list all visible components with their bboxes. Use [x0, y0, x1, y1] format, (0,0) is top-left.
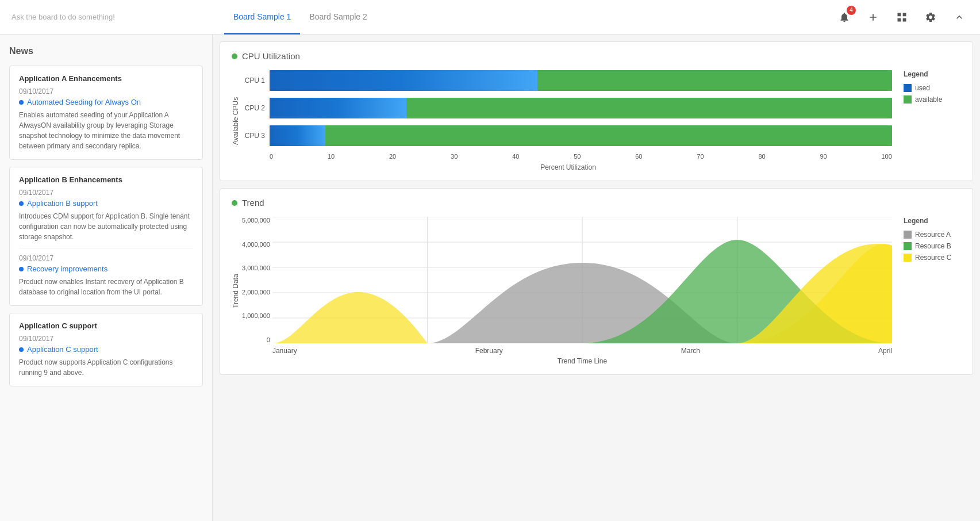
news-label-text-b2: Recovery improvements [27, 265, 107, 273]
cpu-bar-row-3: CPU 3 [244, 125, 892, 146]
tab-label-1: Board Sample 1 [233, 12, 291, 21]
cpu-legend: Legend used available [904, 70, 961, 171]
add-button[interactable] [864, 8, 882, 26]
cpu-chart-title: CPU Utilization [242, 51, 300, 61]
chevron-up-icon [954, 12, 965, 23]
cpu-used-swatch [904, 84, 912, 92]
cpu-legend-used: used [904, 84, 930, 92]
topbar: Ask the board to do something! Board Sam… [0, 0, 980, 35]
gear-icon [925, 12, 936, 23]
cpu-y-axis-label: Available CPUs [232, 70, 240, 171]
main-layout: News Application A Enhancements 09/10/20… [0, 35, 980, 521]
cpu-bar-row-1: CPU 1 [244, 70, 892, 91]
cpu-chart-panel: CPU Utilization Available CPUs CPU 1 [220, 41, 973, 181]
y-tick-0: 0 [242, 336, 270, 343]
trend-status-dot [232, 200, 237, 206]
y-tick-1m: 1,000,000 [242, 312, 270, 319]
resource-a-swatch [904, 231, 912, 239]
news-dot-c1 [19, 347, 24, 352]
news-desc-b2: Product now enables Instant recovery of … [19, 277, 193, 297]
trend-legend-c: Resource C [904, 254, 951, 262]
x-tick-20: 20 [389, 153, 396, 160]
x-tick-0: 0 [270, 153, 273, 160]
grid-button[interactable] [893, 8, 911, 26]
trend-legend-b: Resource B [904, 242, 951, 250]
collapse-button[interactable] [950, 8, 969, 26]
notification-count: 4 [850, 7, 853, 13]
x-tick-30: 30 [451, 153, 458, 160]
news-label-a1: Automated Seeding for Always On [19, 98, 193, 106]
x-tick-70: 70 [697, 153, 704, 160]
cpu-2-track [270, 98, 892, 118]
news-desc-b1: Introduces CDM support for Application B… [19, 211, 193, 242]
notification-badge: 4 [847, 6, 856, 15]
trend-chart-content: Trend Data 0 1,000,000 2,000,000 3,000,0… [232, 217, 961, 365]
news-label-b1: Application B support [19, 199, 193, 208]
x-tick-apr: April [878, 347, 892, 355]
trend-legend-title: Legend [904, 217, 928, 225]
trend-svg-wrapper: January February March April Trend Time … [272, 217, 892, 365]
add-icon [867, 12, 879, 23]
news-label-text-c1: Application C support [27, 345, 98, 354]
news-label-b2: Recovery improvements [19, 265, 193, 273]
x-tick-90: 90 [820, 153, 827, 160]
news-card-title-c: Application C support [19, 321, 193, 330]
cpu-status-dot [232, 53, 237, 59]
x-tick-mar: March [681, 347, 700, 355]
cpu-x-ticks: 0 10 20 30 40 50 60 70 80 90 100 [244, 153, 892, 160]
cpu-chart-area: CPU 1 CPU 2 [244, 70, 892, 171]
resource-b-swatch [904, 242, 912, 250]
news-desc-a1: Enables automated seeding of your Applic… [19, 110, 193, 151]
cpu-legend-title: Legend [904, 70, 928, 78]
cpu-3-used [270, 125, 325, 146]
news-date-b1: 09/10/2017 [19, 189, 193, 197]
y-tick-2m: 2,000,000 [242, 289, 270, 296]
tab-board-sample-1[interactable]: Board Sample 1 [224, 1, 300, 35]
y-tick-3m: 3,000,000 [242, 265, 270, 271]
trend-x-ticks: January February March April [272, 344, 892, 355]
x-tick-jan: January [272, 347, 297, 355]
news-separator-b [19, 248, 193, 248]
news-card-app-c: Application C support 09/10/2017 Applica… [9, 313, 203, 386]
trend-y-tick-labels: 0 1,000,000 2,000,000 3,000,000 4,000,00… [242, 217, 270, 343]
y-tick-5m: 5,000,000 [242, 217, 270, 224]
trend-y-axis-label: Trend Data [232, 217, 240, 365]
trend-chart-header: Trend [232, 198, 961, 208]
x-tick-feb: February [475, 347, 503, 355]
news-card-app-a: Application A Enhancements 09/10/2017 Au… [9, 66, 203, 160]
ask-placeholder-text: Ask the board to do something! [11, 13, 115, 21]
tab-board-sample-2[interactable]: Board Sample 2 [300, 1, 376, 35]
cpu-bar-row-2: CPU 2 [244, 98, 892, 118]
trend-svg [272, 217, 892, 343]
trend-chart-title: Trend [242, 198, 264, 208]
cpu-available-label: available [915, 95, 942, 104]
tab-bar: Board Sample 1 Board Sample 2 [224, 0, 835, 34]
cpu-legend-available: available [904, 95, 942, 104]
cpu-bars: CPU 1 CPU 2 [244, 70, 892, 146]
cpu-3-track [270, 125, 892, 146]
cpu-chart-content: Available CPUs CPU 1 [232, 70, 961, 171]
news-dot-b2 [19, 267, 24, 271]
news-date-b2: 09/10/2017 [19, 254, 193, 262]
x-tick-50: 50 [574, 153, 581, 160]
trend-legend-a: Resource A [904, 231, 951, 239]
notification-button[interactable]: 4 [835, 8, 854, 26]
news-title: News [9, 46, 203, 56]
cpu-available-swatch [904, 95, 912, 104]
ask-input: Ask the board to do something! [11, 13, 224, 21]
cpu-1-used [270, 70, 537, 91]
cpu-used-label: used [915, 84, 930, 92]
x-tick-80: 80 [758, 153, 765, 160]
news-label-text-a1: Automated Seeding for Always On [27, 98, 141, 106]
trend-x-axis-label: Trend Time Line [272, 357, 892, 365]
trend-chart-panel: Trend Trend Data 0 1,000,000 2,000,000 3… [220, 188, 973, 375]
news-card-title-a: Application A Enhancements [19, 74, 193, 83]
news-date-a1: 09/10/2017 [19, 87, 193, 95]
cpu-2-used [270, 98, 406, 118]
cpu-2-label: CPU 2 [244, 104, 265, 112]
cpu-3-label: CPU 3 [244, 132, 265, 140]
cpu-chart-wrapper: Available CPUs CPU 1 [232, 70, 892, 171]
settings-button[interactable] [921, 8, 940, 26]
news-label-c1: Application C support [19, 345, 193, 354]
news-label-text-b1: Application B support [27, 199, 98, 208]
